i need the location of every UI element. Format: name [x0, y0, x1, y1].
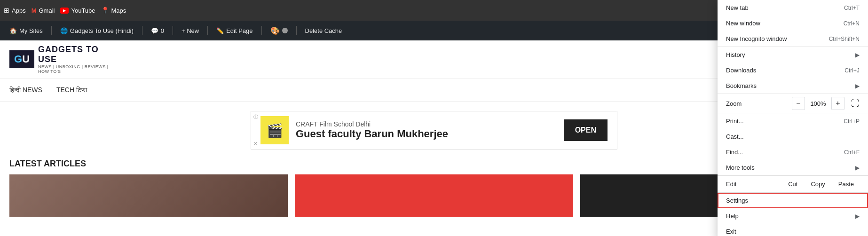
article-card-1[interactable]	[9, 174, 288, 217]
menu-new-window[interactable]: New window Ctrl+N	[718, 16, 868, 31]
separator	[207, 26, 208, 35]
admin-new[interactable]: + New	[178, 25, 203, 36]
gmail-icon: M	[32, 7, 37, 14]
bookmarks-apps[interactable]: ⊞ Apps	[4, 7, 26, 14]
site-icon: 🌐	[60, 27, 68, 34]
separator	[261, 26, 262, 35]
zoom-value: 100%	[809, 100, 828, 107]
article-card-2[interactable]	[295, 174, 573, 217]
maps-icon: 📍	[101, 7, 109, 14]
logo-box: GU GADGETS TO USE NEWS | UNBOXING | REVI…	[9, 45, 113, 73]
menu-bookmarks[interactable]: Bookmarks ▶	[718, 78, 868, 94]
fullscreen-icon[interactable]: ⛶	[851, 99, 860, 109]
menu-section-tools: Print... Ctrl+P Cast... Find... Ctrl+F M…	[718, 113, 868, 176]
article-image-1	[9, 174, 288, 217]
menu-downloads[interactable]: Downloads Ctrl+J	[718, 63, 868, 78]
zoom-plus-button[interactable]: +	[831, 97, 844, 110]
zoom-minus-button[interactable]: −	[792, 97, 805, 110]
separator	[296, 26, 297, 35]
admin-comments[interactable]: 💬 0	[147, 25, 168, 36]
menu-new-tab[interactable]: New tab Ctrl+T	[718, 0, 868, 16]
customizer-icon: 🎨	[270, 26, 280, 35]
customizer-dot	[282, 28, 288, 33]
admin-customizer[interactable]: 🎨	[267, 24, 292, 37]
ad-icon: 🎬	[260, 116, 289, 144]
admin-editpage[interactable]: ✏️ Edit Page	[213, 25, 256, 36]
menu-section-settings: Settings Help ▶ Exit	[718, 193, 868, 236]
page-wrapper: 🏠 My Sites 🌐 Gadgets To Use (Hindi) 💬 0 …	[0, 21, 868, 236]
separator	[51, 26, 52, 35]
home-icon: 🏠	[9, 27, 17, 34]
ad-banner: ⓘ ✕ 🎬 CRAFT Film School Delhi Guest facu…	[251, 111, 617, 149]
logo-initials: GU	[9, 50, 34, 68]
edit-row: Edit Cut Copy Paste	[718, 176, 868, 193]
menu-settings[interactable]: Settings	[718, 193, 868, 208]
admin-cache[interactable]: Delete Cache	[301, 25, 346, 36]
copy-button[interactable]: Copy	[805, 179, 830, 189]
edit-icon: ✏️	[216, 27, 224, 34]
nav-hindi-news[interactable]: हिन्दी NEWS	[9, 86, 42, 94]
logo-text: GADGETS TO USE NEWS | UNBOXING | REVIEWS…	[38, 45, 113, 74]
menu-exit[interactable]: Exit	[718, 224, 868, 236]
comments-icon: 💬	[151, 27, 158, 34]
ad-info[interactable]: ⓘ	[253, 114, 258, 120]
youtube-icon	[60, 8, 69, 14]
bookmarks-youtube[interactable]: YouTube	[60, 7, 95, 14]
menu-history[interactable]: History ▶	[718, 47, 868, 63]
zoom-controls: − 100% + ⛶	[792, 97, 860, 110]
bookmarks-gmail[interactable]: M Gmail	[32, 7, 55, 14]
menu-new-incognito[interactable]: New Incognito window Ctrl+Shift+N	[718, 31, 868, 47]
ad-text: CRAFT Film School Delhi Guest faculty Ba…	[296, 120, 557, 140]
ad-headline: Guest faculty Barun Mukherjee	[296, 128, 557, 140]
separator	[173, 26, 173, 35]
article-image-2	[295, 174, 573, 217]
ad-close[interactable]: ✕	[253, 141, 258, 147]
site-logo[interactable]: GU GADGETS TO USE NEWS | UNBOXING | REVI…	[9, 45, 113, 73]
paste-button[interactable]: Paste	[833, 179, 860, 189]
separator	[142, 26, 142, 35]
menu-more-tools[interactable]: More tools ▶	[718, 160, 868, 175]
edit-actions: Cut Copy Paste	[782, 179, 860, 189]
ad-cta-button[interactable]: OPEN	[564, 119, 608, 141]
menu-section-new: New tab Ctrl+T New window Ctrl+N New Inc…	[718, 0, 868, 47]
menu-print[interactable]: Print... Ctrl+P	[718, 113, 868, 129]
bookmarks-maps[interactable]: 📍 Maps	[101, 7, 126, 14]
chrome-context-menu: New tab Ctrl+T New window Ctrl+N New Inc…	[718, 0, 868, 236]
menu-section-history: History ▶ Downloads Ctrl+J Bookmarks ▶	[718, 47, 868, 94]
menu-help[interactable]: Help ▶	[718, 208, 868, 224]
admin-mysites[interactable]: 🏠 My Sites	[6, 25, 47, 36]
zoom-row: Zoom − 100% + ⛶	[718, 94, 868, 113]
menu-find[interactable]: Find... Ctrl+F	[718, 144, 868, 160]
menu-cast[interactable]: Cast...	[718, 129, 868, 144]
admin-gadgets[interactable]: 🌐 Gadgets To Use (Hindi)	[56, 25, 137, 36]
apps-icon: ⊞	[4, 7, 9, 14]
ad-brand: CRAFT Film School Delhi	[296, 120, 557, 128]
cut-button[interactable]: Cut	[782, 179, 803, 189]
nav-tech-tips[interactable]: TECH टिप्स	[56, 86, 87, 94]
